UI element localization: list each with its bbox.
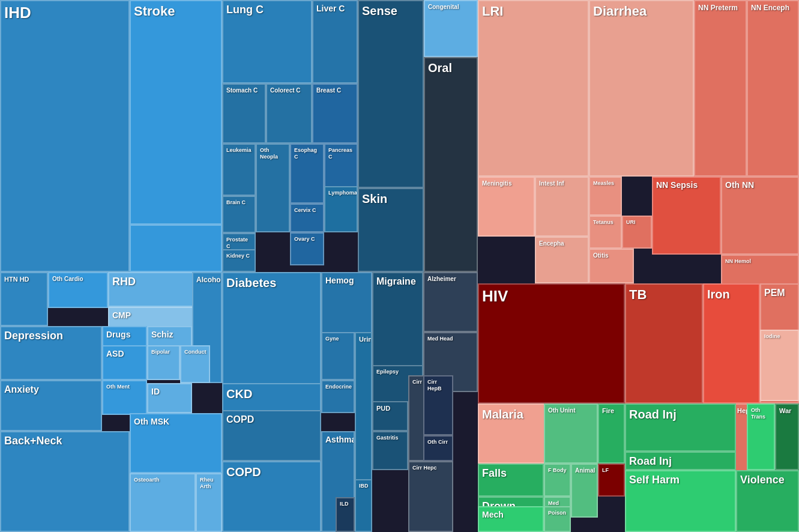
liver-c: Liver C xyxy=(312,0,358,83)
hiv: HIV xyxy=(478,283,625,404)
colorect-c-label: Colorect C xyxy=(267,85,304,97)
lymphoma-label: Lymphoma xyxy=(325,187,358,199)
measles: Measles xyxy=(589,177,622,216)
tb: TB xyxy=(625,283,703,404)
back-neck-label: Back+Neck xyxy=(1,432,65,450)
brain-c-label: Brain C xyxy=(223,197,249,208)
migraine-label: Migraine xyxy=(373,273,419,289)
osteoarth-label: Osteoarth xyxy=(131,474,163,486)
tetanus-label: Tetanus xyxy=(590,217,617,228)
liver-c-label: Liver C xyxy=(313,1,348,16)
ild: ILD xyxy=(336,497,355,532)
esophag-c: Esophag C xyxy=(290,144,324,204)
poison: Poison xyxy=(544,506,571,532)
iodine: Iodine xyxy=(760,330,799,401)
rheu-arth: Rheu Arth xyxy=(196,473,222,532)
skin-label: Skin xyxy=(359,189,390,208)
stroke-sm xyxy=(130,225,222,272)
tetanus: Tetanus xyxy=(589,216,622,249)
violence-label: Violence xyxy=(737,471,788,489)
alzheimer-label: Alzheimer xyxy=(424,273,459,285)
kidney-c-label: Kidney C xyxy=(223,250,253,262)
breast-c: Breast C xyxy=(312,83,358,144)
cirr-hepc-label: Cirr Hepc xyxy=(409,462,440,474)
asd-label: ASD xyxy=(103,346,127,361)
anxiety-label: Anxiety xyxy=(1,381,42,397)
encepha: Encepha xyxy=(535,237,589,283)
uri-label: URI xyxy=(623,217,639,228)
htn-hd-label: HTN HD xyxy=(1,273,32,286)
lf-label: LF xyxy=(599,465,612,476)
bipolar-label: Bipolar xyxy=(148,346,173,358)
schiz-label: Schiz xyxy=(148,327,176,342)
cervix-c: Cervix C xyxy=(290,204,324,232)
skin: Skin xyxy=(358,188,424,272)
ibd-label: IBD xyxy=(356,480,372,492)
stomach-c: Stomach C xyxy=(222,83,266,144)
oth-cardio: Oth Cardio xyxy=(48,272,108,308)
nn-preterm-label: NN Preterm xyxy=(695,1,741,14)
copd-label: COPD xyxy=(223,462,264,482)
diarrhea-label: Diarrhea xyxy=(590,1,650,22)
road-inj-top: Road Inj xyxy=(625,404,736,452)
brain-c: Brain C xyxy=(222,196,256,233)
htn-hd: HTN HD xyxy=(0,272,48,326)
encepha-label: Encepha xyxy=(536,238,567,250)
leukemia-label: Leukemia xyxy=(223,145,255,156)
nn-enceph-label: NN Enceph xyxy=(748,1,792,14)
id-label: ID xyxy=(148,384,163,399)
pem-label: PEM xyxy=(761,285,788,301)
intest-inf: Intest Inf xyxy=(535,177,589,237)
lung-c-label: Lung C xyxy=(223,1,267,19)
esophag-c-label: Esophag C xyxy=(291,145,323,163)
uri: URI xyxy=(622,216,652,249)
congenital-label: Congenital xyxy=(425,1,462,13)
falls-cell: Falls xyxy=(478,464,544,497)
lri: LRI xyxy=(478,0,589,177)
oth-ment-label: Oth Ment xyxy=(103,381,133,393)
animal-label: Animal xyxy=(572,465,598,477)
road-inj-top-label: Road Inj xyxy=(626,405,680,424)
measles-label: Measles xyxy=(590,178,617,189)
rheu-arth-label: Rheu Arth xyxy=(197,474,221,492)
conduct-label: Conduct xyxy=(181,346,210,358)
endocrine: Endocrine xyxy=(321,380,355,413)
oth-trans: Oth Trans xyxy=(747,404,775,470)
malaria-label: Malaria xyxy=(479,405,526,424)
oth-cirr: Oth Cirr xyxy=(423,435,453,461)
oth-msk: Oth MSK xyxy=(130,413,222,473)
oth-unint: Oth Unint xyxy=(544,404,598,464)
treemap: IHDStrokeLung CLiver CSenseCongenitalSto… xyxy=(0,0,799,532)
oth-cardio-label: Oth Cardio xyxy=(49,273,86,285)
falls-cell-label: Falls xyxy=(479,465,510,483)
alcohol-label: Alcohol xyxy=(193,273,222,286)
tb-label: TB xyxy=(626,285,650,305)
endocrine-label: Endocrine xyxy=(322,381,355,393)
epilepsy-label: Epilepsy xyxy=(373,366,402,378)
copd: COPD xyxy=(222,461,321,532)
bipolar: Bipolar xyxy=(147,345,180,380)
oth-nn: Oth NN xyxy=(721,177,799,255)
war-label: War xyxy=(776,405,794,417)
rhd: RHD xyxy=(108,272,198,307)
nn-sepsis: NN Sepsis xyxy=(652,177,721,255)
sense: Sense xyxy=(358,0,424,188)
stomach-c-label: Stomach C xyxy=(223,85,261,97)
osteoarth: Osteoarth xyxy=(130,473,196,532)
back-neck: Back+Neck xyxy=(0,431,130,532)
nn-hemol-label: NN Hemol xyxy=(722,256,754,267)
road-inj-label: Road Inj xyxy=(626,453,675,470)
poison-label: Poison xyxy=(545,507,569,519)
drugs-label: Drugs xyxy=(103,327,133,342)
oth-msk-label: Oth MSK xyxy=(131,414,172,429)
cmp-label: CMP xyxy=(109,308,134,323)
violence: Violence xyxy=(736,470,799,532)
lung-c: Lung C xyxy=(222,0,312,83)
oth-trans-label: Oth Trans xyxy=(748,405,774,423)
iodine-label: Iodine xyxy=(761,331,783,342)
oth-nn-label: Oth NN xyxy=(722,178,757,193)
diabetes-label: Diabetes xyxy=(223,273,279,292)
intest-inf-label: Intest Inf xyxy=(536,178,567,190)
fire: Fire xyxy=(598,404,625,464)
hiv-label: HIV xyxy=(479,285,511,308)
